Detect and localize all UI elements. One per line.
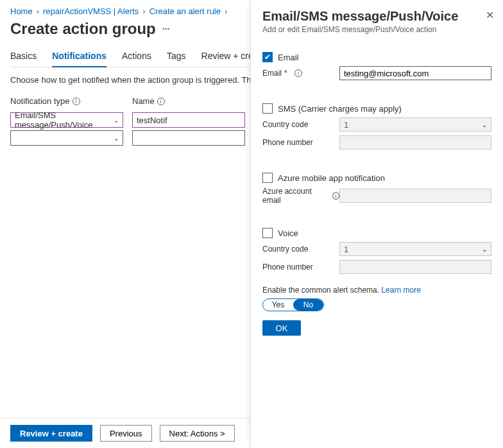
push-email-label: Azure account email i (262, 187, 339, 205)
info-icon[interactable]: i (72, 98, 80, 105)
info-icon[interactable]: i (332, 192, 339, 200)
column-header-name: Namei (132, 96, 245, 106)
push-checkbox-label: Azure mobile app notification (278, 173, 385, 183)
voice-phone-label: Phone number (262, 263, 339, 271)
info-icon[interactable]: i (157, 98, 165, 105)
voice-country-code-label: Country code (262, 245, 339, 254)
push-email-input (339, 189, 491, 203)
email-label: Email * i (262, 69, 339, 78)
sms-checkbox-label: SMS (Carrier charges may apply) (278, 104, 402, 114)
sms-country-code-label: Country code (262, 120, 339, 129)
breadcrumb-create-rule[interactable]: Create an alert rule (149, 6, 221, 16)
toggle-yes[interactable]: Yes (263, 299, 293, 311)
side-panel: ✕ Email/SMS message/Push/Voice Add or ed… (250, 0, 503, 448)
sms-phone-input (339, 135, 491, 150)
info-icon[interactable]: i (294, 69, 302, 77)
chevron-down-icon: ⌄ (482, 121, 487, 128)
tab-tags[interactable]: Tags (167, 47, 186, 67)
email-input[interactable] (339, 66, 491, 80)
more-icon[interactable]: ··· (162, 24, 170, 34)
voice-phone-input (339, 260, 491, 274)
tab-actions[interactable]: Actions (122, 47, 151, 67)
column-header-type: Notification typei (10, 96, 123, 106)
voice-checkbox[interactable] (262, 228, 273, 238)
notification-name-input-empty[interactable] (132, 130, 245, 146)
chevron-right-icon: › (142, 6, 145, 16)
notification-type-select-empty[interactable]: ⌄ (10, 130, 123, 146)
notification-type-select[interactable]: Email/SMS message/Push/Voice⌄ (10, 112, 123, 128)
voice-country-code-select[interactable]: 1⌄ (339, 242, 491, 256)
push-checkbox[interactable] (262, 173, 273, 183)
tab-notifications[interactable]: Notifications (52, 47, 107, 67)
voice-checkbox-label: Voice (278, 228, 298, 238)
sms-country-code-select[interactable]: 1⌄ (339, 117, 491, 132)
panel-subtitle: Add or edit Email/SMS message/Push/Voice… (262, 25, 491, 34)
previous-button[interactable]: Previous (100, 425, 152, 442)
next-button[interactable]: Next: Actions > (160, 425, 235, 442)
tab-basics[interactable]: Basics (10, 47, 37, 67)
ok-button[interactable]: OK (262, 320, 301, 336)
chevron-down-icon: ⌄ (114, 135, 119, 142)
learn-more-link[interactable]: Learn more (381, 286, 420, 295)
chevron-down-icon: ⌄ (482, 246, 487, 253)
chevron-down-icon: ⌄ (114, 117, 119, 124)
breadcrumb-alerts[interactable]: repairActionVMSS | Alerts (43, 6, 139, 16)
review-create-button[interactable]: Review + create (10, 425, 92, 442)
notification-name-input[interactable]: testNotif (132, 112, 245, 128)
panel-title: Email/SMS message/Push/Voice (262, 9, 491, 24)
email-checkbox-label: Email (278, 53, 299, 62)
chevron-right-icon: › (225, 6, 227, 16)
breadcrumb-home[interactable]: Home (10, 6, 33, 16)
schema-toggle[interactable]: Yes No (262, 298, 324, 311)
schema-text: Enable the common alert schema. Learn mo… (262, 286, 491, 295)
email-checkbox[interactable]: ✔ (262, 52, 273, 62)
close-icon[interactable]: ✕ (486, 9, 494, 21)
sms-checkbox[interactable] (262, 103, 273, 114)
chevron-right-icon: › (37, 6, 39, 16)
toggle-no[interactable]: No (293, 299, 323, 311)
sms-phone-label: Phone number (262, 138, 339, 147)
